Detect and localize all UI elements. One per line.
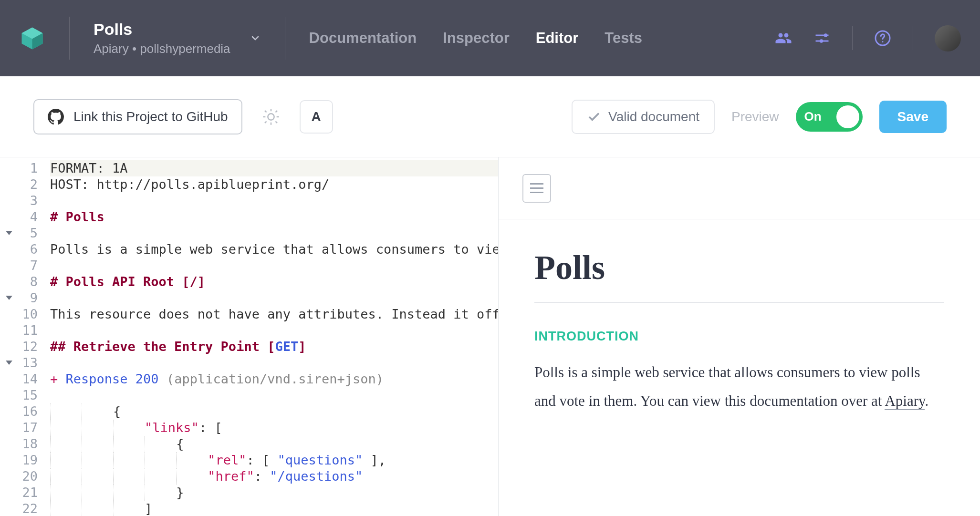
hamburger-line <box>530 183 543 185</box>
preview-content: Polls INTRODUCTION Polls is a simple web… <box>499 219 980 415</box>
gutter-line: 5 <box>0 225 38 241</box>
app-header: Polls Apiary • pollshypermedia Documenta… <box>0 0 980 76</box>
code-lines[interactable]: FORMAT: 1AHOST: http://polls.apiblueprin… <box>45 157 498 516</box>
gutter-line: 8 <box>0 274 38 290</box>
user-avatar[interactable] <box>935 25 961 52</box>
gutter-line: 17 <box>0 420 38 436</box>
project-title: Polls <box>94 20 230 39</box>
code-line[interactable] <box>50 387 498 403</box>
preview-pane: Polls INTRODUCTION Polls is a simple web… <box>499 157 980 516</box>
main-nav: Documentation Inspector Editor Tests <box>309 30 642 47</box>
preview-toggle[interactable]: On <box>796 102 863 132</box>
chevron-down-icon[interactable] <box>250 32 261 44</box>
code-line[interactable]: "href": "/questions" <box>50 468 498 485</box>
save-button[interactable]: Save <box>879 101 947 133</box>
gutter-line: 2 <box>0 176 38 193</box>
preview-toggle-label: Preview <box>731 109 779 124</box>
gutter-line: 14 <box>0 371 38 387</box>
code-line[interactable] <box>50 290 498 306</box>
line-gutter: 12345678910111213141516171819202122 <box>0 157 45 516</box>
sun-icon <box>261 107 281 126</box>
gutter-line: 16 <box>0 403 38 420</box>
apiary-logo-icon[interactable] <box>19 25 45 52</box>
theme-toggle-button[interactable] <box>254 100 288 134</box>
code-line[interactable]: "rel": [ "questions" ], <box>50 452 498 468</box>
gutter-line: 6 <box>0 241 38 258</box>
code-line[interactable]: } <box>50 485 498 501</box>
divider <box>852 26 853 50</box>
hamburger-line <box>530 187 543 189</box>
font-size-button[interactable]: A <box>300 100 333 134</box>
svg-point-4 <box>820 39 824 43</box>
validation-label: Valid document <box>608 109 699 124</box>
check-icon <box>587 110 601 124</box>
code-line[interactable]: ] <box>50 501 498 516</box>
gutter-line: 9 <box>0 290 38 306</box>
toolbar-right: Valid document Preview On Save <box>572 100 947 134</box>
preview-link-apiary[interactable]: Apiary <box>885 392 925 410</box>
github-icon <box>48 109 64 125</box>
toggle-state-label: On <box>804 109 822 124</box>
code-line[interactable]: ## Retrieve the Entry Point [GET] <box>50 339 498 355</box>
gutter-line: 21 <box>0 485 38 501</box>
code-line[interactable]: FORMAT: 1A <box>50 160 498 176</box>
gutter-line: 10 <box>0 306 38 322</box>
code-line[interactable] <box>50 258 498 274</box>
sliders-icon[interactable] <box>813 30 831 47</box>
project-subtitle: Apiary • pollshypermedia <box>94 41 230 56</box>
logo-wrap <box>19 17 70 60</box>
code-line[interactable]: # Polls API Root [/] <box>50 274 498 290</box>
gutter-line: 15 <box>0 387 38 403</box>
gutter-line: 7 <box>0 258 38 274</box>
header-right <box>775 25 961 52</box>
preview-body-text: Polls is a simple web service that allow… <box>534 364 920 409</box>
code-line[interactable]: + Response 200 (application/vnd.siren+js… <box>50 371 498 387</box>
divider <box>913 26 913 50</box>
gutter-line: 11 <box>0 322 38 339</box>
code-line[interactable] <box>50 322 498 339</box>
gutter-line: 13 <box>0 355 38 371</box>
editor-toolbar: Link this Project to GitHub A Valid docu… <box>0 76 980 157</box>
code-line[interactable] <box>50 355 498 371</box>
validation-status: Valid document <box>572 100 715 134</box>
hamburger-line <box>530 192 543 193</box>
gutter-line: 22 <box>0 501 38 516</box>
code-line[interactable]: "links": [ <box>50 420 498 436</box>
svg-point-6 <box>882 41 884 42</box>
svg-point-3 <box>824 33 828 37</box>
preview-title: Polls <box>534 248 944 303</box>
svg-point-7 <box>268 114 274 120</box>
preview-section-label: INTRODUCTION <box>534 329 944 344</box>
gutter-line: 3 <box>0 193 38 209</box>
gutter-line: 20 <box>0 468 38 485</box>
nav-editor[interactable]: Editor <box>536 30 579 47</box>
gutter-line: 18 <box>0 436 38 452</box>
code-line[interactable]: # Polls <box>50 209 498 225</box>
code-line[interactable]: { <box>50 436 498 452</box>
editor-split: 12345678910111213141516171819202122 FORM… <box>0 157 980 516</box>
users-icon[interactable] <box>775 30 792 47</box>
project-text: Polls Apiary • pollshypermedia <box>94 20 230 56</box>
github-button-label: Link this Project to GitHub <box>73 109 228 124</box>
gutter-line: 1 <box>0 160 38 176</box>
project-selector[interactable]: Polls Apiary • pollshypermedia <box>94 17 285 60</box>
code-line[interactable] <box>50 193 498 209</box>
toggle-knob <box>836 105 859 128</box>
code-line[interactable]: HOST: http://polls.apiblueprint.org/ <box>50 176 498 193</box>
nav-tests[interactable]: Tests <box>605 30 642 47</box>
code-line[interactable]: Polls is a simple web service that allow… <box>50 241 498 258</box>
gutter-line: 19 <box>0 452 38 468</box>
code-line[interactable]: This resource does not have any attribut… <box>50 306 498 322</box>
preview-topbar <box>499 157 980 219</box>
nav-inspector[interactable]: Inspector <box>443 30 510 47</box>
code-line[interactable]: { <box>50 403 498 420</box>
nav-documentation[interactable]: Documentation <box>309 30 417 47</box>
gutter-line: 12 <box>0 339 38 355</box>
code-line[interactable] <box>50 225 498 241</box>
code-editor[interactable]: 12345678910111213141516171819202122 FORM… <box>0 157 499 516</box>
link-github-button[interactable]: Link this Project to GitHub <box>33 99 242 134</box>
preview-body: Polls is a simple web service that allow… <box>534 358 944 415</box>
help-icon[interactable] <box>874 30 891 47</box>
preview-menu-button[interactable] <box>522 174 551 203</box>
gutter-line: 4 <box>0 209 38 225</box>
